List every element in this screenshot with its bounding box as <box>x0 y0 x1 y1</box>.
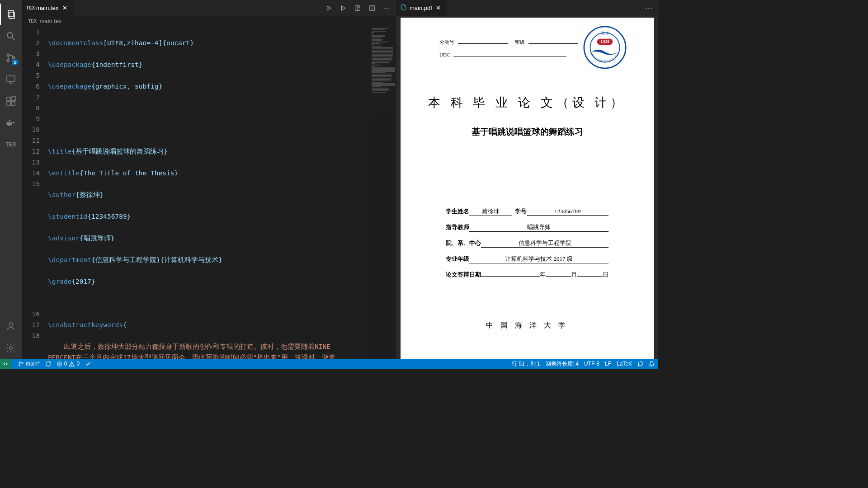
svg-rect-12 <box>11 102 15 105</box>
eol[interactable]: LF <box>605 361 611 367</box>
activity-bar: 2 TEX <box>0 0 22 359</box>
svg-rect-13 <box>12 97 15 100</box>
line-gutter: 123456789101112131415 161718 <box>22 26 48 359</box>
svg-point-4 <box>7 54 9 56</box>
close-icon[interactable]: ✕ <box>61 5 68 12</box>
settings-gear-icon[interactable] <box>0 337 22 359</box>
svg-rect-11 <box>7 102 10 105</box>
tex-file-icon: TEX <box>28 19 37 23</box>
split-preview-icon[interactable] <box>354 4 362 12</box>
pdf-viewer[interactable]: 分类号 密级 UDC 1924 海 洋 <box>396 16 658 359</box>
pdf-page: 分类号 密级 UDC 1924 海 洋 <box>401 18 654 359</box>
svg-text:海 洋: 海 洋 <box>601 31 609 35</box>
svg-rect-14 <box>7 122 9 123</box>
tex-file-icon: TEX <box>26 5 33 10</box>
search-icon[interactable] <box>0 25 22 47</box>
svg-point-5 <box>7 60 9 62</box>
remote-explorer-icon[interactable] <box>0 69 22 90</box>
account-icon[interactable] <box>0 315 22 337</box>
svg-marker-20 <box>327 6 331 10</box>
feedback-icon[interactable] <box>637 361 643 367</box>
svg-rect-16 <box>11 122 12 123</box>
editor-actions: ⋯ <box>325 4 396 12</box>
breadcrumb-file: main.tex <box>39 18 61 24</box>
source-control-icon[interactable]: 2 <box>0 47 22 69</box>
svg-point-40 <box>72 365 72 365</box>
pdf-tabs-bar: main.pdf ✕ ⋯ <box>396 0 658 16</box>
svg-rect-17 <box>9 120 10 122</box>
scm-badge: 2 <box>12 60 18 65</box>
svg-point-24 <box>359 6 359 7</box>
svg-point-6 <box>13 57 15 59</box>
code-editor[interactable]: 123456789101112131415 161718 \documentcl… <box>22 26 396 359</box>
tab-main-tex[interactable]: TEX main.tex ✕ <box>22 0 73 16</box>
pdf-preview-pane: main.pdf ✕ ⋯ 分类号 密级 UDC <box>396 0 658 359</box>
pdf-file-icon <box>401 4 407 12</box>
remote-indicator[interactable] <box>0 359 11 369</box>
thesis-type: 本 科 毕 业 论 文（设 计） <box>401 94 654 111</box>
tab-label: main.tex <box>36 5 58 11</box>
tab-size[interactable]: 制表符长度: 4 <box>546 360 579 368</box>
tab-label: main.pdf <box>410 5 432 11</box>
svg-marker-21 <box>342 6 345 10</box>
git-branch[interactable]: main* <box>18 361 40 367</box>
split-editor-icon[interactable] <box>368 4 376 12</box>
close-icon[interactable]: ✕ <box>435 5 442 12</box>
svg-rect-7 <box>7 76 15 81</box>
editor-group: TEX main.tex ✕ ⋯ TEX main.tex 1234567891… <box>22 0 396 359</box>
minimap[interactable] <box>371 26 396 359</box>
explorer-icon[interactable] <box>0 4 22 25</box>
notifications-icon[interactable] <box>649 361 655 367</box>
encoding[interactable]: UTF-8 <box>584 361 599 367</box>
svg-line-3 <box>12 38 15 40</box>
docker-icon[interactable] <box>0 112 22 134</box>
problems[interactable]: 0 0 <box>57 361 80 367</box>
editor-tabs-bar: TEX main.tex ✕ ⋯ <box>22 0 396 16</box>
run-icon[interactable] <box>325 4 333 12</box>
svg-rect-10 <box>7 97 10 101</box>
more-icon[interactable]: ⋯ <box>382 4 391 12</box>
svg-point-19 <box>9 347 12 349</box>
latex-icon[interactable]: TEX <box>0 134 22 155</box>
check-icon[interactable] <box>85 361 91 367</box>
sync-icon[interactable] <box>45 361 51 367</box>
svg-point-34 <box>19 365 20 366</box>
info-table: 学生姓名 蔡徐坤 学号 123456789 指导教师 唱跳导师 院、系、中心 信… <box>446 207 609 286</box>
svg-text:1924: 1924 <box>600 39 609 44</box>
run-green-icon[interactable] <box>339 4 347 12</box>
cursor-position[interactable]: 行 51，列 1 <box>512 360 540 368</box>
extensions-icon[interactable] <box>0 90 22 112</box>
code-content[interactable]: \documentclass[UTF8,zihao=-4]{oucart} \u… <box>48 26 371 359</box>
svg-point-18 <box>9 323 13 326</box>
svg-point-33 <box>19 361 20 363</box>
svg-rect-15 <box>9 122 10 123</box>
university-name: 中 国 海 洋 大 学 <box>401 321 654 330</box>
svg-point-2 <box>7 33 13 38</box>
tab-main-pdf[interactable]: main.pdf ✕ <box>396 0 447 16</box>
breadcrumb[interactable]: TEX main.tex <box>22 16 396 26</box>
language-mode[interactable]: LaTeX <box>617 361 632 367</box>
more-icon[interactable]: ⋯ <box>645 4 653 12</box>
status-bar: main* 0 0 行 51，列 1 制表符长度: 4 UTF-8 LF LaT… <box>0 359 658 369</box>
thesis-title: 基于唱跳说唱篮球的舞蹈练习 <box>401 126 654 138</box>
university-logo: 1924 海 洋 OCEAN UNIVERSITY OF CHINA <box>583 26 627 69</box>
